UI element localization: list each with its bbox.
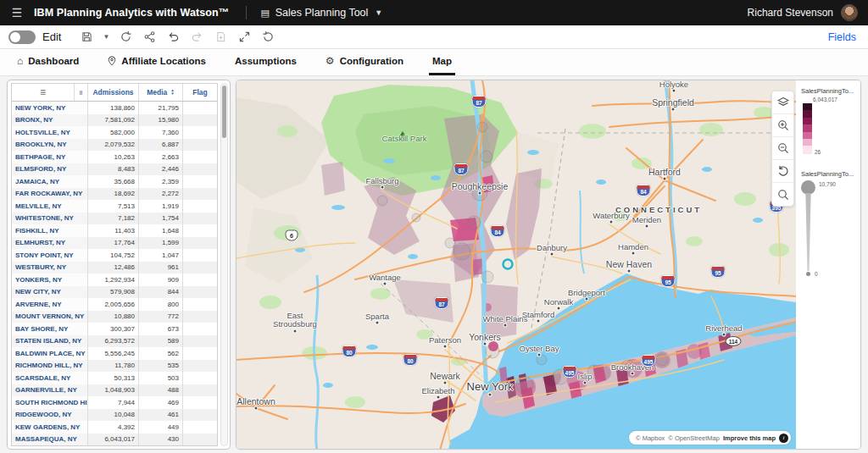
tab-assumptions[interactable]: Assumptions <box>231 49 300 75</box>
city-cell[interactable]: GARNERVILLE, NY <box>12 384 88 397</box>
admissions-cell[interactable]: 7,513 <box>88 200 139 213</box>
flag-cell[interactable] <box>183 311 217 323</box>
revert-data-icon[interactable] <box>210 28 231 47</box>
flag-cell[interactable] <box>183 409 217 422</box>
table-row[interactable]: WHITESTONE, NY7,1821,754 <box>12 213 217 225</box>
tab-map[interactable]: Map <box>429 49 455 75</box>
media-cell[interactable]: 2,272 <box>139 188 183 201</box>
admissions-cell[interactable]: 6,293,572 <box>88 335 139 348</box>
flag-cell[interactable] <box>183 200 217 213</box>
city-cell[interactable]: WHITESTONE, NY <box>12 213 88 225</box>
flag-cell[interactable] <box>183 434 217 446</box>
city-cell[interactable]: MOUNT VERNON, NY <box>12 311 88 323</box>
city-cell[interactable]: KEW GARDENS, NY <box>12 421 88 434</box>
table-row[interactable]: RIDGEWOOD, NY10,048461 <box>12 409 217 422</box>
admissions-cell[interactable]: 300,307 <box>88 323 139 335</box>
table-row[interactable]: BETHPAGE, NY10,2632,663 <box>12 151 217 163</box>
admissions-cell[interactable]: 582,000 <box>88 126 139 139</box>
refresh-icon[interactable] <box>115 28 136 47</box>
maximize-icon[interactable] <box>234 28 254 47</box>
city-cell[interactable]: BAY SHORE, NY <box>12 323 88 335</box>
table-row[interactable]: SOUTH RICHMOND HILL, NY7,944469 <box>12 396 217 409</box>
mapbox-attribution[interactable]: © Mapbox <box>636 434 665 442</box>
table-row[interactable]: NEW YORK, NY138,86021,795 <box>12 102 217 114</box>
admissions-cell[interactable]: 7,581,092 <box>88 114 139 127</box>
flag-cell[interactable] <box>183 262 217 274</box>
flag-cell[interactable] <box>183 102 217 114</box>
media-cell[interactable]: 589 <box>139 335 183 348</box>
share-icon[interactable] <box>139 28 159 47</box>
redo-icon[interactable] <box>186 28 207 47</box>
zoom-out-icon[interactable] <box>772 137 793 160</box>
admissions-cell[interactable]: 1,048,903 <box>88 384 139 397</box>
table-row[interactable]: FISHKILL, NY11,4031,648 <box>12 224 217 237</box>
admissions-cell[interactable]: 4,392 <box>88 421 139 434</box>
edit-toggle[interactable] <box>8 30 36 44</box>
hamburger-menu-icon[interactable]: ☰ <box>0 6 34 19</box>
admissions-cell[interactable]: 10,880 <box>88 311 139 323</box>
column-header-admissions[interactable]: Admissions <box>88 84 139 101</box>
flag-cell[interactable] <box>183 163 217 176</box>
table-row[interactable]: ELMSFORD, NY8,4832,446 <box>12 163 217 176</box>
table-row[interactable]: SCARSDALE, NY50,313503 <box>12 372 217 384</box>
column-header-media[interactable]: Media ▲▼ <box>139 84 183 101</box>
city-cell[interactable]: HOLTSVILLE, NY <box>12 126 88 139</box>
table-row[interactable]: YONKERS, NY1,292,934909 <box>12 273 217 286</box>
media-cell[interactable]: 772 <box>139 311 183 323</box>
media-cell[interactable]: 535 <box>139 360 183 373</box>
flag-cell[interactable] <box>183 298 217 311</box>
city-cell[interactable]: NEW YORK, NY <box>12 102 88 114</box>
flag-cell[interactable] <box>183 323 217 335</box>
media-cell[interactable]: 961 <box>139 262 183 274</box>
media-cell[interactable]: 2,359 <box>139 175 183 188</box>
layers-icon[interactable] <box>772 91 793 114</box>
flag-cell[interactable] <box>183 175 217 188</box>
flag-cell[interactable] <box>183 360 217 373</box>
media-cell[interactable]: 449 <box>139 421 183 434</box>
search-icon[interactable] <box>772 183 793 206</box>
user-name[interactable]: Richard Stevenson <box>748 7 833 19</box>
media-cell[interactable]: 503 <box>139 372 183 384</box>
admissions-cell[interactable]: 10,263 <box>88 151 139 163</box>
fields-link[interactable]: Fields <box>828 31 856 43</box>
reset-bearing-icon[interactable] <box>772 160 793 183</box>
flag-cell[interactable] <box>183 384 217 397</box>
table-scrollbar-thumb[interactable] <box>222 86 226 138</box>
media-cell[interactable]: 1,754 <box>139 213 183 225</box>
flag-cell[interactable] <box>183 347 217 360</box>
admissions-cell[interactable]: 10,048 <box>88 409 139 422</box>
flag-cell[interactable] <box>183 273 217 286</box>
admissions-cell[interactable]: 8,483 <box>88 163 139 176</box>
pin-column-icon[interactable]: ‖ <box>74 84 87 101</box>
city-cell[interactable]: BROOKLYN, NY <box>12 139 88 152</box>
admissions-cell[interactable]: 104,752 <box>88 249 139 262</box>
table-row[interactable]: NEW CITY, NY579,908844 <box>12 286 217 299</box>
table-row[interactable]: WESTBURY, NY12,486961 <box>12 262 217 274</box>
city-cell[interactable]: STATEN ISLAND, NY <box>12 335 88 348</box>
flag-cell[interactable] <box>183 224 217 237</box>
flag-cell[interactable] <box>183 372 217 384</box>
tab-affiliate-locations[interactable]: Affiliate Locations <box>104 49 209 75</box>
table-row[interactable]: GARNERVILLE, NY1,048,903488 <box>12 384 217 397</box>
table-row[interactable]: MASSAPEQUA, NY6,043,017430 <box>12 434 217 446</box>
media-cell[interactable]: 2,446 <box>139 163 183 176</box>
flag-cell[interactable] <box>183 114 217 127</box>
table-row[interactable]: RICHMOND HILL, NY11,780535 <box>12 360 217 373</box>
table-row[interactable]: BRONX, NY7,581,09215,980 <box>12 114 217 127</box>
media-cell[interactable]: 2,663 <box>139 151 183 163</box>
table-row[interactable]: JAMAICA, NY35,6682,359 <box>12 175 217 188</box>
media-cell[interactable]: 909 <box>139 273 183 286</box>
table-row[interactable]: ELMHURST, NY17,7641,599 <box>12 237 217 250</box>
city-cell[interactable]: YONKERS, NY <box>12 273 88 286</box>
media-cell[interactable]: 1,599 <box>139 237 183 250</box>
city-cell[interactable]: ELMSFORD, NY <box>12 163 88 176</box>
media-cell[interactable]: 21,795 <box>139 102 183 114</box>
city-cell[interactable]: BRONX, NY <box>12 114 88 127</box>
osm-attribution[interactable]: © OpenStreetMap <box>668 434 720 442</box>
media-cell[interactable]: 461 <box>139 409 183 422</box>
media-cell[interactable]: 800 <box>139 298 183 311</box>
tab-dashboard[interactable]: ⌂ Dashboard <box>14 49 82 75</box>
table-row[interactable]: BALDWIN PLACE, NY5,556,245562 <box>12 347 217 360</box>
flag-cell[interactable] <box>183 335 217 348</box>
admissions-cell[interactable]: 11,403 <box>88 224 139 237</box>
